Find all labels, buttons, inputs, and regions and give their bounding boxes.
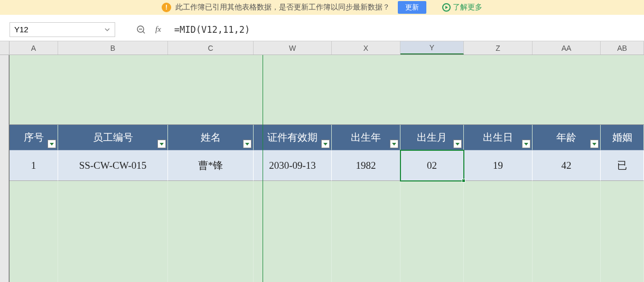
chevron-down-icon[interactable] (104, 26, 110, 33)
header-cert-exp[interactable]: 证件有效期 (254, 125, 332, 150)
notification-text: 此工作簿已引用其他表格数据，是否更新工作簿以同步最新数据？ (175, 3, 390, 12)
filter-button[interactable] (321, 140, 330, 148)
cell-birth-month[interactable]: 02 (400, 150, 464, 181)
header-emp-id[interactable]: 员工编号 (58, 125, 168, 150)
cell-marriage[interactable]: 已 (601, 150, 644, 181)
header-name-label: 姓名 (201, 131, 221, 144)
cell-emp-id[interactable]: SS-CW-CW-015 (58, 150, 168, 181)
cell-age[interactable]: 42 (533, 150, 601, 181)
filter-button[interactable] (453, 140, 462, 148)
col-header-aa[interactable]: AA (533, 41, 601, 54)
header-cert-exp-label: 证件有效期 (267, 131, 318, 144)
header-birth-year-label: 出生年 (351, 131, 381, 144)
select-all-corner[interactable] (0, 41, 10, 54)
learn-more-link[interactable]: 了解更多 (442, 3, 482, 12)
header-birth-year[interactable]: 出生年 (332, 125, 400, 150)
warning-icon: ! (162, 3, 171, 12)
cell-name-box[interactable]: Y12 (10, 22, 115, 37)
table-row: 1 SS-CW-CW-015 曹*锋 2030-09-13 1982 02 19… (9, 150, 644, 181)
fx-label[interactable]: fx (155, 25, 161, 34)
col-header-z[interactable]: Z (464, 41, 533, 54)
col-header-ab[interactable]: AB (601, 41, 644, 54)
formula-bar: Y12 fx (0, 15, 644, 41)
cell-name-value: Y12 (14, 25, 29, 34)
table-header-row: 序号 员工编号 姓名 证件有效期 出生年 (9, 125, 644, 150)
column-headers-row: A B C W X Y Z AA AB (0, 41, 644, 55)
cell-seq[interactable]: 1 (10, 150, 58, 181)
zoom-out-icon[interactable] (136, 25, 146, 34)
filter-button[interactable] (390, 140, 398, 148)
cell-birth-day[interactable]: 19 (464, 150, 533, 181)
header-seq[interactable]: 序号 (10, 125, 58, 150)
filter-button[interactable] (522, 140, 530, 148)
spreadsheet: A B C W X Y Z AA AB 序号 员工编号 (0, 41, 644, 282)
empty-grid-area[interactable] (9, 181, 644, 282)
header-age[interactable]: 年龄 (533, 125, 601, 150)
formula-input[interactable] (174, 24, 438, 35)
play-icon (442, 3, 451, 12)
svg-line-2 (143, 31, 145, 33)
col-header-c[interactable]: C (168, 41, 254, 54)
filter-button[interactable] (590, 140, 599, 148)
header-birth-month[interactable]: 出生月 (400, 125, 464, 150)
filter-button[interactable] (48, 140, 56, 148)
learn-more-label: 了解更多 (453, 3, 482, 12)
merged-title-area[interactable] (9, 55, 644, 125)
freeze-pane-line (263, 55, 263, 282)
cell-cert-exp[interactable]: 2030-09-13 (254, 150, 332, 181)
header-marriage-label: 婚姻 (612, 131, 632, 144)
update-button[interactable]: 更新 (398, 1, 426, 14)
header-birth-day[interactable]: 出生日 (464, 125, 533, 150)
cell-birth-year[interactable]: 1982 (332, 150, 400, 181)
col-header-y[interactable]: Y (400, 41, 464, 54)
filter-button[interactable] (157, 140, 166, 148)
col-header-w[interactable]: W (254, 41, 332, 54)
col-header-x[interactable]: X (332, 41, 400, 54)
header-birth-day-label: 出生日 (483, 131, 513, 144)
formula-controls: fx (136, 25, 161, 34)
cell-name[interactable]: 曹*锋 (168, 150, 254, 181)
grid-content: 序号 员工编号 姓名 证件有效期 出生年 (9, 55, 644, 282)
fill-handle[interactable] (462, 179, 465, 183)
cell-birth-month-value: 02 (427, 160, 437, 171)
col-header-b[interactable]: B (58, 41, 168, 54)
header-birth-month-label: 出生月 (417, 131, 447, 144)
col-header-a[interactable]: A (10, 41, 58, 54)
row-headers (0, 55, 9, 282)
header-age-label: 年龄 (556, 131, 576, 144)
header-seq-label: 序号 (24, 131, 44, 144)
filter-button[interactable] (243, 140, 251, 148)
notification-bar: ! 此工作簿已引用其他表格数据，是否更新工作簿以同步最新数据？ 更新 了解更多 (0, 0, 644, 15)
header-name[interactable]: 姓名 (168, 125, 254, 150)
grid-body: 序号 员工编号 姓名 证件有效期 出生年 (0, 55, 644, 282)
header-marriage[interactable]: 婚姻 (601, 125, 644, 150)
header-emp-id-label: 员工编号 (93, 131, 133, 144)
